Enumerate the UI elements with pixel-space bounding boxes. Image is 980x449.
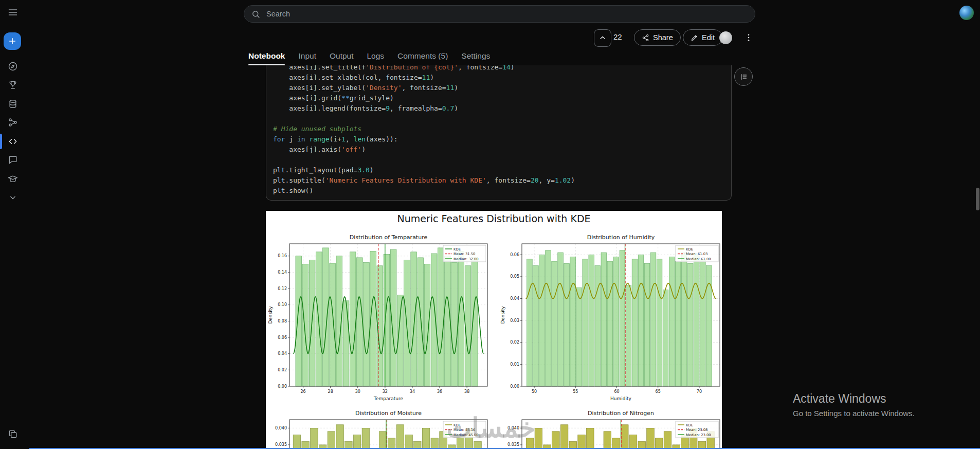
vertical-dots-icon [744,33,753,42]
share-icon [642,34,649,42]
user-avatar[interactable] [959,6,974,20]
edit-button[interactable]: Edit [683,29,722,46]
sidebar-item-code[interactable] [3,134,23,149]
svg-text:0.04: 0.04 [510,296,519,301]
code-cell[interactable]: axes[i].set_title(f'Distribution of {col… [266,65,732,201]
svg-text:Median: 23.00: Median: 23.00 [686,433,711,437]
models-icon [8,117,18,128]
svg-text:Distribution of Humidity: Distribution of Humidity [587,234,655,241]
windows-activate-line1: Activate Windows [793,392,915,406]
search-bar [244,5,755,23]
tab-input[interactable]: Input [298,51,316,65]
upvote-button[interactable] [594,29,611,47]
search-input[interactable] [265,9,748,19]
subplot-nitrogen: 0.0350.040Distribution of NitrogenDensit… [498,407,722,449]
svg-text:0.05: 0.05 [510,274,519,279]
svg-text:55: 55 [573,389,578,394]
copy-stack-icon[interactable] [3,426,23,442]
code-editor[interactable]: axes[i].set_title(f'Distribution of {col… [266,65,731,200]
svg-text:0.06: 0.06 [510,253,519,257]
svg-text:Temparature: Temparature [373,396,403,401]
sidebar-item-learn[interactable] [3,171,23,187]
svg-text:Median: 61.00: Median: 61.00 [686,257,711,261]
windows-activate-watermark: Activate Windows Go to Settings to activ… [793,392,915,418]
svg-text:0.02: 0.02 [278,368,287,372]
svg-text:0.04: 0.04 [278,351,287,356]
svg-text:0.08: 0.08 [278,319,287,324]
svg-text:KDE: KDE [686,247,693,252]
windows-activate-line2: Go to Settings to activate Windows. [793,409,915,418]
svg-text:50: 50 [532,389,537,394]
tab-output[interactable]: Output [330,51,354,65]
share-label: Share [653,33,673,42]
menu-icon[interactable] [3,5,23,20]
svg-text:32: 32 [383,389,388,394]
figure-suptitle: Numeric Features Distribution with KDE [266,213,722,224]
svg-text:KDE: KDE [686,423,693,427]
svg-text:30: 30 [355,389,360,394]
active-item-indicator [0,134,2,149]
sidebar-item-competitions[interactable] [3,77,23,93]
share-button[interactable]: Share [634,29,681,46]
svg-text:0.01: 0.01 [510,362,519,367]
sidebar-item-discussions[interactable] [3,152,23,168]
svg-text:0.10: 0.10 [278,302,287,307]
search-icon [251,10,260,19]
more-options-button[interactable] [743,30,754,45]
sidebar-item-models[interactable] [3,115,23,130]
svg-text:Median: 45.00: Median: 45.00 [453,433,479,437]
svg-text:Distribution of Nitrogen: Distribution of Nitrogen [588,410,654,417]
tab-logs[interactable]: Logs [367,51,384,65]
scrollbar-thumb[interactable] [976,188,979,210]
code-icon [8,136,18,147]
svg-text:0.16: 0.16 [278,254,287,258]
svg-text:36: 36 [437,389,442,394]
tab-notebook[interactable]: Notebook [248,51,285,65]
subplot-temperature: 262830323436380.000.020.040.060.080.100.… [266,231,494,406]
svg-text:Humidity: Humidity [610,396,631,401]
subplot-humidity: 50556065700.000.010.020.030.040.050.06Di… [498,231,722,406]
svg-text:34: 34 [410,389,415,394]
svg-text:38: 38 [464,389,469,394]
discussions-icon [8,155,18,165]
svg-text:KDE: KDE [453,423,461,427]
svg-text:60: 60 [614,389,619,394]
svg-text:Mean: 61.03: Mean: 61.03 [686,252,707,256]
datasets-icon [8,99,18,109]
output-figure: Numeric Features Distribution with KDE 2… [266,211,722,449]
sidebar-item-home[interactable] [3,59,23,74]
kaggle-notebook-page: 22 Share Edit Notebook Input Output Logs… [0,0,980,449]
svg-text:0.040: 0.040 [507,426,519,430]
svg-text:0.14: 0.14 [278,270,287,275]
svg-text:26: 26 [300,389,305,394]
edit-label: Edit [702,33,715,42]
notebook-tabs: Notebook Input Output Logs Comments (5) … [248,51,490,65]
svg-text:0.03: 0.03 [510,318,519,323]
svg-text:65: 65 [656,389,661,394]
toc-button[interactable] [734,67,753,86]
svg-text:Distribution of Moisture: Distribution of Moisture [355,410,422,417]
svg-text:28: 28 [328,389,333,394]
toc-list-icon [739,73,748,81]
sidebar-item-more[interactable] [3,190,23,205]
create-plus-button[interactable] [4,32,21,50]
sidebar-item-datasets[interactable] [3,96,23,112]
svg-text:0.00: 0.00 [278,384,287,389]
circle-badge-icon[interactable] [719,31,732,44]
svg-text:0.12: 0.12 [278,286,287,291]
svg-text:0.035: 0.035 [507,442,519,447]
chevron-down-icon [8,192,18,203]
caret-up-icon [598,34,607,42]
svg-text:0.040: 0.040 [275,426,287,430]
svg-text:0.02: 0.02 [510,340,519,345]
upvote-count: 22 [613,32,622,41]
edit-pencil-icon [691,34,698,42]
trophy-icon [8,80,18,90]
tab-comments[interactable]: Comments (5) [397,51,448,65]
sidebar [0,0,29,449]
home-compass-icon [8,61,18,71]
svg-text:0.06: 0.06 [278,335,287,340]
tab-settings[interactable]: Settings [461,51,490,65]
svg-text:Distribution of Temparature: Distribution of Temparature [350,234,428,241]
learn-cap-icon [8,174,18,184]
